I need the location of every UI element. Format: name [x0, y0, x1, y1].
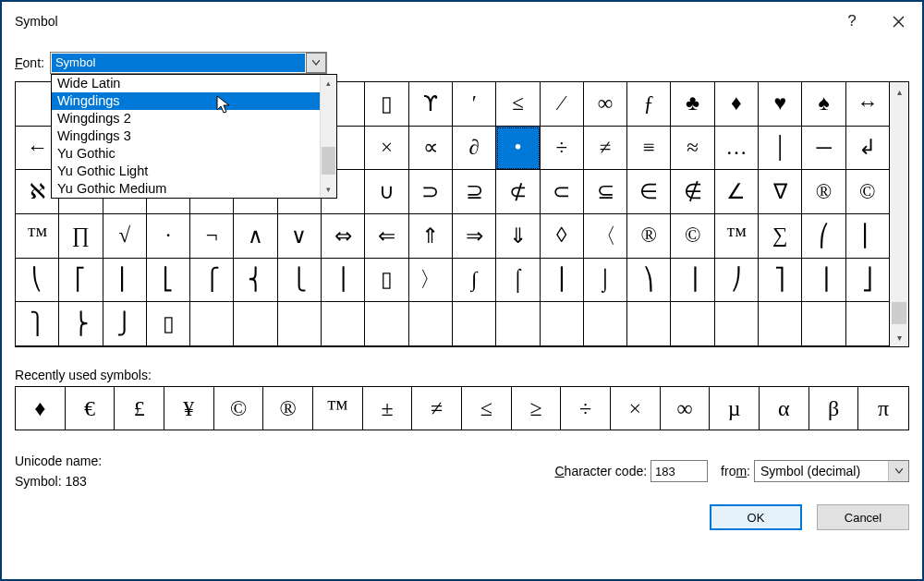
symbol-cell[interactable]: ⎥ — [802, 259, 845, 303]
symbol-cell[interactable]: ∇ — [759, 170, 802, 214]
symbol-cell[interactable]: ⎤ — [759, 259, 802, 303]
recent-symbol-cell[interactable]: ≤ — [462, 387, 512, 430]
symbol-cell[interactable]: 〉 — [409, 259, 453, 303]
close-button[interactable] — [874, 2, 922, 41]
symbol-cell[interactable]: … — [715, 127, 759, 171]
symbol-cell[interactable]: ƒ — [627, 82, 671, 127]
symbol-cell[interactable]: ⇑ — [409, 214, 453, 259]
symbol-cell[interactable]: √ — [103, 214, 147, 259]
symbol-cell[interactable]: © — [671, 214, 714, 259]
grid-scrollbar[interactable]: ▴ ▾ — [890, 82, 908, 346]
symbol-cell[interactable]: ⊃ — [409, 170, 453, 214]
symbol-cell[interactable]: ─ — [802, 127, 845, 171]
recent-symbol-cell[interactable]: µ — [710, 387, 760, 430]
recent-symbol-cell[interactable]: © — [214, 387, 264, 430]
recent-symbol-cell[interactable]: ∞ — [661, 387, 711, 430]
symbol-cell[interactable]: ≠ — [584, 127, 627, 171]
symbol-cell[interactable]: ⌠ — [496, 259, 540, 303]
font-option[interactable]: Yu Gothic — [52, 145, 320, 163]
symbol-cell[interactable]: ⎠ — [715, 259, 759, 303]
scroll-thumb[interactable] — [322, 147, 335, 175]
symbol-cell[interactable]: ↔ — [846, 82, 890, 127]
symbol-cell[interactable]: © — [846, 170, 890, 214]
from-combo[interactable]: Symbol (decimal) — [754, 460, 909, 482]
symbol-cell[interactable]: ÷ — [541, 127, 584, 171]
symbol-cell[interactable]: ♦ — [715, 82, 759, 127]
symbol-cell[interactable] — [322, 302, 365, 346]
symbol-cell[interactable] — [278, 302, 322, 346]
symbol-cell[interactable]: ↲ — [846, 127, 890, 171]
symbol-cell[interactable]: ∝ — [409, 127, 453, 171]
recent-symbol-cell[interactable]: α — [760, 387, 809, 430]
symbol-cell[interactable]: ⌡ — [584, 259, 627, 303]
symbol-cell[interactable]: ≡ — [627, 127, 671, 171]
recent-symbol-cell[interactable]: ± — [363, 387, 413, 430]
symbol-cell[interactable] — [365, 302, 408, 346]
recent-symbol-cell[interactable]: × — [611, 387, 661, 430]
recent-symbol-cell[interactable]: ≠ — [412, 387, 462, 430]
symbol-cell[interactable]: │ — [759, 127, 802, 171]
symbol-cell[interactable]: ⊄ — [496, 170, 540, 214]
help-button[interactable]: ? — [830, 2, 874, 41]
character-code-input[interactable] — [650, 460, 708, 482]
symbol-cell[interactable]: ⎢ — [846, 214, 890, 259]
recent-symbol-cell[interactable]: β — [809, 387, 859, 430]
symbol-cell[interactable]: ⎮ — [541, 259, 584, 303]
scroll-up-icon[interactable]: ▴ — [321, 75, 336, 91]
symbol-cell[interactable]: ∫ — [453, 259, 496, 303]
symbol-cell[interactable]: ™ — [715, 214, 759, 259]
font-option[interactable]: Wingdings — [52, 92, 320, 110]
symbol-cell[interactable]: ⊂ — [541, 170, 584, 214]
symbol-cell[interactable]: 〈 — [584, 214, 627, 259]
symbol-cell[interactable] — [541, 302, 584, 346]
symbol-cell[interactable]: ⁄ — [541, 82, 584, 127]
symbol-cell[interactable]: ⎩ — [278, 259, 322, 303]
recent-symbol-cell[interactable]: ™ — [313, 387, 363, 430]
symbol-cell[interactable]: × — [365, 127, 408, 171]
symbol-cell[interactable]: ∑ — [759, 214, 802, 259]
scroll-down-icon[interactable]: ▾ — [321, 181, 336, 198]
font-dropdown-button[interactable] — [306, 53, 326, 73]
symbol-cell[interactable] — [190, 302, 234, 346]
symbol-cell[interactable]: ⇐ — [365, 214, 408, 259]
symbol-cell[interactable]: · — [147, 214, 190, 259]
symbol-cell[interactable] — [234, 302, 277, 346]
symbol-cell[interactable]: ∪ — [365, 170, 408, 214]
symbol-cell[interactable]: ⎣ — [147, 259, 190, 303]
symbol-cell[interactable]: ◊ — [541, 214, 584, 259]
font-combo[interactable]: Symbol Wide LatinWingdingsWingdings 2Win… — [50, 52, 327, 74]
symbol-cell[interactable]: ™ — [16, 214, 59, 259]
symbol-cell[interactable]: ♥ — [759, 82, 802, 127]
symbol-cell[interactable] — [846, 302, 890, 346]
recent-symbol-cell[interactable]: € — [66, 387, 116, 430]
scroll-down-icon[interactable]: ▾ — [890, 328, 908, 346]
symbol-cell[interactable]: ⎭ — [103, 302, 147, 346]
symbol-cell[interactable]: ® — [802, 170, 845, 214]
cancel-button[interactable]: Cancel — [817, 504, 909, 530]
symbol-cell[interactable] — [715, 302, 759, 346]
symbol-cell[interactable] — [627, 302, 671, 346]
symbol-cell[interactable] — [409, 302, 453, 346]
symbol-cell[interactable]: ϒ — [409, 82, 453, 127]
scroll-thumb[interactable] — [892, 302, 906, 324]
recent-symbol-cell[interactable]: ♦ — [16, 387, 66, 430]
symbol-cell[interactable]: ∈ — [627, 170, 671, 214]
recent-symbol-cell[interactable]: ÷ — [561, 387, 611, 430]
symbol-cell[interactable]: ⎧ — [190, 259, 234, 303]
symbol-cell[interactable]: ⇓ — [496, 214, 540, 259]
symbol-cell[interactable]: ≈ — [671, 127, 714, 171]
ok-button[interactable]: OK — [710, 504, 802, 530]
symbol-cell[interactable]: ∉ — [671, 170, 714, 214]
symbol-cell[interactable]: ♠ — [802, 82, 845, 127]
symbol-cell[interactable] — [802, 302, 845, 346]
symbol-cell[interactable]: ⎫ — [16, 302, 59, 346]
symbol-cell[interactable]: ⇔ — [322, 214, 365, 259]
symbol-cell[interactable]: ⎨ — [234, 259, 277, 303]
recent-symbol-cell[interactable]: ≥ — [512, 387, 562, 430]
symbol-cell[interactable]: ⇒ — [453, 214, 496, 259]
recent-symbol-cell[interactable]: ® — [263, 387, 313, 430]
symbol-cell[interactable]: ∨ — [278, 214, 322, 259]
symbol-cell[interactable] — [759, 302, 802, 346]
symbol-cell[interactable]: ∂ — [453, 127, 496, 171]
font-option[interactable]: Wingdings 2 — [52, 110, 320, 127]
